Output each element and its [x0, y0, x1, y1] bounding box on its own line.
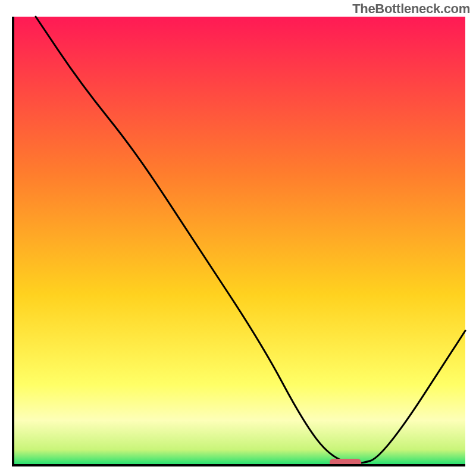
- bottleneck-chart: [0, 0, 476, 476]
- watermark-text: TheBottleneck.com: [352, 1, 470, 17]
- chart-stage: TheBottleneck.com: [0, 0, 476, 476]
- plot-background: [13, 17, 465, 465]
